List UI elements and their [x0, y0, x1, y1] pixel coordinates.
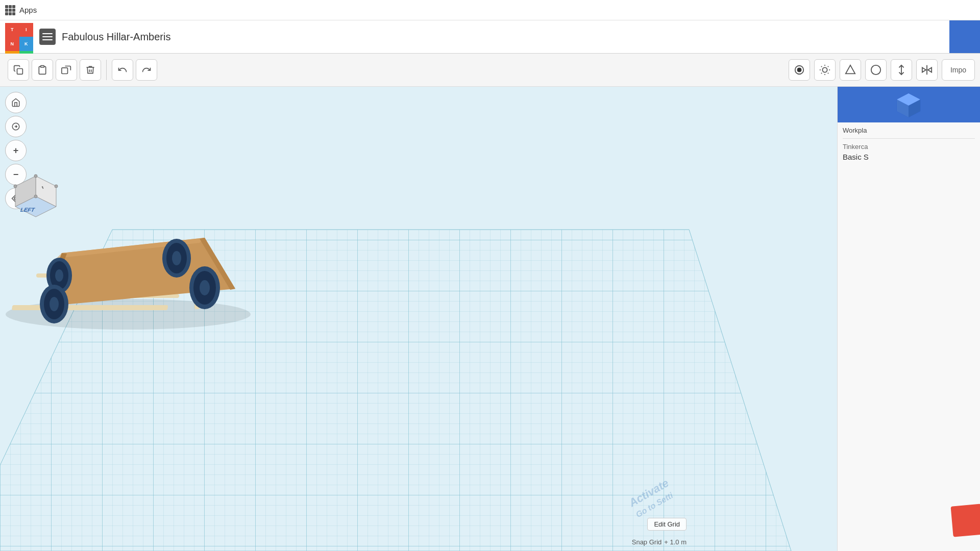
- basic-shapes-label: Basic S: [843, 153, 975, 161]
- duplicate-button[interactable]: [56, 59, 77, 81]
- svg-rect-1: [41, 66, 44, 67]
- main-area: Activate Go to Setti + −: [0, 87, 980, 551]
- project-name: Fabulous Hillar-Amberis: [62, 31, 170, 43]
- align-button[interactable]: [891, 59, 912, 81]
- home-view-button[interactable]: [5, 92, 27, 113]
- redo-button[interactable]: [136, 59, 157, 81]
- snap-grid-label: Snap Grid: [632, 538, 662, 546]
- toolbar-right: Impo: [789, 54, 980, 86]
- logo-i: I: [19, 23, 34, 37]
- toolbar-separator-1: [106, 60, 107, 80]
- svg-point-45: [200, 280, 210, 295]
- svg-marker-15: [846, 65, 855, 73]
- svg-point-54: [34, 174, 37, 178]
- rotate-view-button[interactable]: [5, 116, 27, 137]
- delete-button[interactable]: [80, 59, 101, 81]
- circle-button[interactable]: [865, 59, 887, 81]
- right-panel-header: [838, 87, 980, 122]
- light-button[interactable]: [814, 59, 836, 81]
- svg-line-14: [828, 66, 828, 67]
- undo-button[interactable]: [112, 59, 133, 81]
- right-panel: ❯ Workpla Tinkerca Basic S: [837, 87, 980, 551]
- panel-tinkercad-section: Tinkerca Basic S: [838, 139, 980, 165]
- logo-n: N: [5, 37, 19, 51]
- copy-button[interactable]: [8, 59, 29, 81]
- svg-point-42: [50, 297, 59, 311]
- svg-point-16: [871, 65, 880, 74]
- workplace-text: Workpla: [838, 122, 980, 138]
- paste-button[interactable]: [32, 59, 53, 81]
- svg-point-6: [822, 67, 827, 72]
- svg-rect-32: [12, 305, 168, 310]
- svg-text:LEFT: LEFT: [19, 207, 36, 213]
- apps-grid-icon: [5, 5, 15, 15]
- workplace-label: Workpla: [843, 127, 867, 134]
- 3d-viewport[interactable]: Activate Go to Setti + −: [0, 87, 837, 551]
- svg-point-36: [55, 269, 63, 282]
- import-button[interactable]: Impo: [942, 59, 975, 81]
- mirror-button[interactable]: [916, 59, 938, 81]
- view-cube[interactable]: LEFT ⬆: [10, 173, 61, 232]
- annotation-button[interactable]: [789, 59, 810, 81]
- svg-rect-0: [17, 69, 23, 74]
- svg-rect-2: [62, 68, 68, 74]
- header-right-panel: [949, 20, 980, 53]
- svg-line-10: [828, 73, 828, 73]
- edit-grid-button[interactable]: Edit Grid: [647, 518, 687, 531]
- svg-marker-19: [922, 67, 926, 72]
- shape-button[interactable]: [840, 59, 861, 81]
- svg-marker-20: [928, 67, 932, 72]
- zoom-in-button[interactable]: +: [5, 140, 27, 161]
- svg-line-9: [821, 66, 822, 67]
- svg-point-55: [55, 185, 58, 188]
- header-bar: T I N K E R C A D Fabulous Hillar-Amberi…: [0, 20, 980, 54]
- svg-line-13: [821, 73, 822, 73]
- panel-collapse-button[interactable]: ❯: [837, 310, 838, 328]
- toolbar: Impo: [0, 54, 980, 87]
- svg-point-56: [14, 185, 17, 188]
- shape-preview: [949, 500, 980, 541]
- zoom-in-icon: +: [13, 145, 19, 156]
- list-icon[interactable]: [39, 29, 56, 45]
- logo-t: T: [5, 23, 19, 37]
- apps-label: Apps: [19, 6, 37, 14]
- tinkercad-label: Tinkerca: [843, 143, 975, 151]
- logo-k: K: [19, 37, 34, 51]
- svg-point-57: [34, 195, 37, 198]
- snap-grid-value: + 1.0 m: [664, 538, 687, 546]
- tinkercad-logo: T I N K E R C A D: [5, 23, 33, 51]
- top-bar: Apps: [0, 0, 980, 20]
- snap-grid-area: Snap Grid + 1.0 m: [632, 538, 687, 546]
- svg-point-39: [172, 251, 181, 265]
